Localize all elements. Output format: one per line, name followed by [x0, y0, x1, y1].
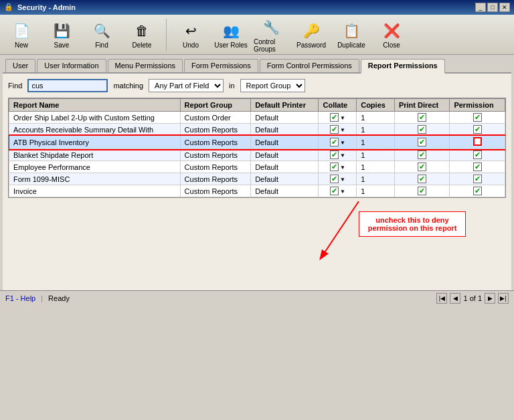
- cell-print-direct[interactable]: [394, 161, 450, 173]
- checkbox-collate[interactable]: [330, 187, 339, 195]
- cell-collate[interactable]: ▼: [319, 112, 357, 124]
- tab-menu-permissions[interactable]: Menu Permissions: [108, 59, 183, 72]
- next-page-button[interactable]: ▶: [485, 293, 495, 304]
- cell-collate[interactable]: ▼: [319, 185, 357, 197]
- cell-collate[interactable]: ▼: [319, 173, 357, 185]
- checkbox-collate[interactable]: [330, 150, 339, 159]
- cell-print-direct[interactable]: [394, 185, 450, 197]
- cell-report-group: Custom Reports: [180, 161, 251, 173]
- collate-dropdown-arrow[interactable]: ▼: [340, 115, 345, 121]
- password-button[interactable]: 🔑 Password: [294, 20, 329, 49]
- table-row[interactable]: Accounts Receivable Summary Detail WithC…: [9, 124, 505, 136]
- checkbox-print-direct[interactable]: [418, 187, 426, 195]
- page-info: 1 of 1: [463, 294, 482, 302]
- cell-default-printer: Default: [251, 136, 319, 149]
- checkbox-print-direct[interactable]: [418, 138, 426, 146]
- save-button[interactable]: 💾 Save: [44, 20, 79, 49]
- annotation-arrow: [312, 198, 365, 272]
- checkbox-collate[interactable]: [330, 125, 339, 134]
- tab-form-permissions[interactable]: Form Permissions: [184, 59, 258, 72]
- matching-select[interactable]: Any Part of Field Starts With Exact Matc…: [149, 79, 224, 92]
- control-groups-button-icon: 🔧: [260, 17, 282, 38]
- cell-print-direct[interactable]: [394, 124, 450, 136]
- cell-report-name: Invoice: [9, 185, 181, 197]
- find-button[interactable]: 🔍 Find: [84, 20, 119, 49]
- prev-page-button[interactable]: ◀: [450, 293, 460, 304]
- checkbox-permission[interactable]: [473, 137, 482, 146]
- cell-print-direct[interactable]: [394, 149, 450, 161]
- checkbox-collate[interactable]: [330, 175, 339, 183]
- control-groups-button[interactable]: 🔧 Control Groups: [254, 17, 288, 53]
- title-bar-buttons: _ □ ✕: [475, 3, 510, 12]
- table-row[interactable]: Order Ship Label 2-Up with Custom Settin…: [9, 112, 505, 124]
- checkbox-collate[interactable]: [330, 113, 339, 122]
- annotation-line1: uncheck this to deny: [375, 216, 448, 224]
- user-roles-button[interactable]: 👥 User Roles: [213, 20, 248, 49]
- table-row[interactable]: Blanket Shipdate ReportCustom ReportsDef…: [9, 149, 505, 161]
- cell-print-direct[interactable]: [394, 173, 450, 185]
- cell-collate[interactable]: ▼: [319, 136, 357, 149]
- tab-report-permissions[interactable]: Report Permissions: [361, 59, 445, 74]
- in-select[interactable]: Report Group Report Name: [240, 79, 305, 92]
- checkbox-permission[interactable]: [473, 163, 482, 171]
- duplicate-button[interactable]: 📋 Duplicate: [334, 20, 369, 49]
- checkbox-print-direct[interactable]: [418, 113, 426, 122]
- checkbox-print-direct[interactable]: [418, 125, 426, 134]
- checkbox-print-direct[interactable]: [418, 175, 426, 183]
- tab-user[interactable]: User: [5, 59, 35, 72]
- cell-copies: 1: [357, 124, 395, 136]
- checkbox-permission[interactable]: [473, 113, 482, 122]
- table-row[interactable]: ATB Physical InventoryCustom ReportsDefa…: [9, 136, 505, 149]
- cell-report-group: Custom Reports: [180, 149, 251, 161]
- new-button[interactable]: 📄 New: [4, 20, 39, 49]
- help-key[interactable]: F1 - Help: [5, 294, 35, 302]
- cell-report-group: Custom Reports: [180, 136, 251, 149]
- delete-button[interactable]: 🗑 Delete: [124, 20, 159, 49]
- checkbox-permission[interactable]: [473, 175, 482, 183]
- cell-permission[interactable]: [450, 136, 505, 149]
- close-button[interactable]: ❌ Close: [374, 20, 409, 49]
- find-input[interactable]: [27, 79, 108, 92]
- close-window-button[interactable]: ✕: [499, 3, 510, 12]
- first-page-button[interactable]: |◀: [436, 293, 447, 304]
- minimize-button[interactable]: _: [475, 3, 486, 12]
- delete-button-label: Delete: [133, 41, 152, 49]
- undo-button[interactable]: ↩ Undo: [173, 20, 208, 49]
- cell-copies: 1: [357, 149, 395, 161]
- maximize-button[interactable]: □: [487, 3, 498, 12]
- cell-print-direct[interactable]: [394, 112, 450, 124]
- cell-permission[interactable]: [450, 112, 505, 124]
- collate-dropdown-arrow[interactable]: ▼: [340, 140, 345, 146]
- cell-print-direct[interactable]: [394, 136, 450, 149]
- collate-dropdown-arrow[interactable]: ▼: [340, 189, 345, 195]
- checkbox-collate[interactable]: [330, 138, 339, 146]
- table-row[interactable]: InvoiceCustom ReportsDefault▼1: [9, 185, 505, 197]
- tab-user-info[interactable]: User Information: [37, 59, 106, 72]
- checkbox-permission[interactable]: [473, 187, 482, 195]
- last-page-button[interactable]: ▶|: [498, 293, 509, 304]
- cell-permission[interactable]: [450, 185, 505, 197]
- cell-collate[interactable]: ▼: [319, 149, 357, 161]
- table-row[interactable]: Employee PerformanceCustom ReportsDefaul…: [9, 161, 505, 173]
- cell-collate[interactable]: ▼: [319, 161, 357, 173]
- checkbox-permission[interactable]: [473, 150, 482, 159]
- collate-dropdown-arrow[interactable]: ▼: [340, 127, 345, 133]
- collate-dropdown-arrow[interactable]: ▼: [340, 152, 345, 159]
- checkbox-print-direct[interactable]: [418, 150, 426, 159]
- collate-dropdown-arrow[interactable]: ▼: [340, 177, 345, 183]
- cell-permission[interactable]: [450, 124, 505, 136]
- collate-dropdown-arrow[interactable]: ▼: [340, 165, 345, 171]
- cell-collate[interactable]: ▼: [319, 124, 357, 136]
- new-button-label: New: [15, 41, 28, 49]
- checkbox-collate[interactable]: [330, 163, 339, 171]
- checkbox-permission[interactable]: [473, 125, 482, 134]
- table-row[interactable]: Form 1099-MISCCustom ReportsDefault▼1: [9, 173, 505, 185]
- cell-permission[interactable]: [450, 149, 505, 161]
- cell-permission[interactable]: [450, 173, 505, 185]
- checkbox-print-direct[interactable]: [418, 163, 426, 171]
- save-button-icon: 💾: [51, 20, 72, 41]
- cell-permission[interactable]: [450, 161, 505, 173]
- col-report-group: Report Group: [180, 99, 251, 112]
- cell-copies: 1: [357, 173, 395, 185]
- tab-form-control-permissions[interactable]: Form Control Permissions: [260, 59, 359, 72]
